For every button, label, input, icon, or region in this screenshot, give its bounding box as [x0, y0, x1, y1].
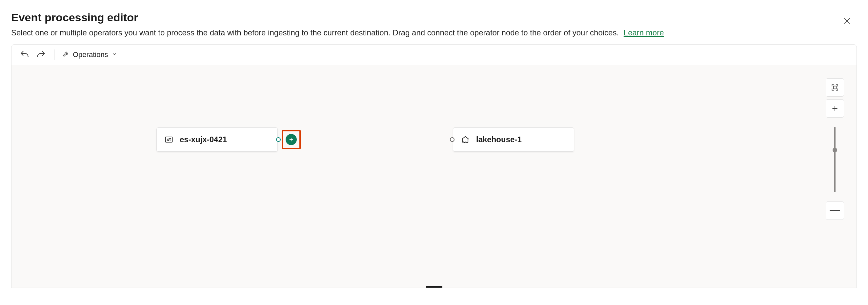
- zoom-slider[interactable]: [834, 120, 836, 199]
- page-subtitle: Select one or multiple operators you wan…: [11, 27, 857, 38]
- lakehouse-icon: [460, 135, 470, 144]
- chevron-down-icon: [112, 50, 117, 59]
- subtitle-text: Select one or multiple operators you wan…: [11, 28, 619, 37]
- learn-more-link[interactable]: Learn more: [624, 28, 664, 37]
- operations-dropdown[interactable]: Operations: [62, 50, 117, 59]
- toolbar: Operations: [11, 44, 857, 65]
- destination-node-label: lakehouse-1: [476, 135, 522, 144]
- source-output-port[interactable]: [276, 137, 281, 142]
- undo-button[interactable]: [19, 49, 30, 60]
- process-canvas[interactable]: es-xujx-0421 lakehouse-1: [11, 65, 857, 288]
- zoom-out-button[interactable]: [826, 201, 844, 220]
- page-title: Event processing editor: [11, 11, 857, 24]
- panel-resize-handle[interactable]: [426, 286, 442, 288]
- operations-label: Operations: [73, 50, 108, 59]
- source-node-label: es-xujx-0421: [180, 135, 227, 144]
- destination-input-port[interactable]: [450, 137, 455, 142]
- fit-screen-icon: [831, 83, 839, 92]
- svg-rect-5: [834, 86, 837, 89]
- plus-icon: [288, 137, 294, 142]
- svg-rect-2: [165, 137, 173, 142]
- wrench-icon: [62, 50, 69, 59]
- zoom-controls: [825, 78, 845, 220]
- zoom-slider-track: [834, 127, 836, 192]
- redo-icon: [36, 49, 46, 60]
- toolbar-separator: [54, 49, 55, 60]
- source-node[interactable]: es-xujx-0421: [156, 128, 278, 152]
- close-icon: [843, 17, 851, 25]
- destination-node[interactable]: lakehouse-1: [453, 128, 574, 152]
- redo-button[interactable]: [36, 49, 46, 60]
- close-button[interactable]: [842, 16, 852, 26]
- undo-icon: [19, 49, 30, 60]
- eventstream-icon: [164, 135, 174, 144]
- zoom-fit-button[interactable]: [826, 78, 844, 97]
- minus-icon: [826, 202, 844, 219]
- add-operator-highlight: [282, 130, 301, 149]
- add-operator-button[interactable]: [286, 134, 297, 145]
- zoom-slider-thumb[interactable]: [833, 148, 837, 152]
- editor-header: Event processing editor Select one or mu…: [0, 0, 868, 44]
- plus-icon: [831, 104, 839, 113]
- zoom-in-button[interactable]: [826, 99, 844, 117]
